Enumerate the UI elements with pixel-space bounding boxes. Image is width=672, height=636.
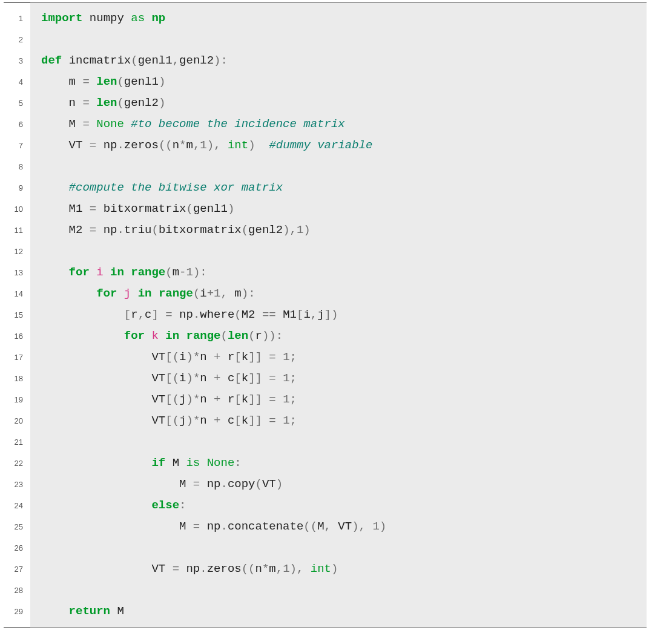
token-op: + [214,414,220,427]
token-sp [255,308,262,321]
token-op: ) [186,414,193,427]
token-sp [41,308,124,321]
token-sp [41,287,96,300]
code-line: [r,c] = np.where(M2 == M1[i,j]) [41,304,636,326]
token-sp [41,202,69,215]
token-op: ) [276,477,283,491]
code-listing: 1234567891011121314151617181920212223242… [0,0,672,630]
token-op: ) [193,266,200,279]
token-op: = [173,562,179,575]
code-line [41,156,636,177]
token-op: [ [234,350,241,364]
line-number: 9 [4,177,30,198]
token-sp [96,139,103,152]
code-line: import numpy as np [41,8,636,29]
token-sp [145,329,151,343]
token-sp [276,393,283,406]
line-number: 8 [4,156,30,177]
token-name: M2 [242,308,255,321]
token-name: n [69,96,76,110]
token-sp [76,96,82,110]
token-name: M [179,477,186,491]
token-op: ) [207,139,214,152]
token-sp [41,266,69,279]
token-kw: if [151,456,165,470]
token-op: = [82,117,89,131]
token-name: M1 [283,308,297,321]
token-num: 1 [200,139,206,152]
token-op: ) [303,223,310,237]
token-op: ( [248,329,255,343]
token-name: M2 [69,223,83,237]
code-line: m = len(genl1) [41,71,636,93]
token-name: k [242,350,248,364]
token-kw: np [151,11,165,25]
token-name: M [69,117,76,131]
code-line: M = np.copy(VT) [41,474,636,495]
token-op: = [269,393,275,406]
token-builtin: as [131,11,145,25]
line-number: 15 [4,304,30,326]
token-name: i [303,308,310,321]
token-kw: def [41,54,62,67]
token-sp [179,456,186,470]
token-name: genl2 [124,96,159,110]
token-name: M1 [69,202,83,215]
token-name: np [207,477,221,491]
token-pink: i [96,266,103,279]
token-name: M [117,605,124,618]
token-builtin: is [186,456,200,470]
token-op: , [173,54,179,67]
token-kw: for [124,329,145,343]
token-sp [262,372,269,385]
token-op: ( [255,477,262,491]
line-number: 11 [4,220,30,241]
token-name: r [228,350,234,364]
token-name: M [173,456,179,470]
token-num: 1 [214,287,220,300]
token-sp [117,287,124,300]
code-line [41,241,636,262]
code-line: return M [41,601,636,622]
token-op: ) [228,202,234,215]
token-sp [96,202,103,215]
token-name: n [173,139,179,152]
token-sp [145,11,151,25]
code-line: else: [41,495,636,516]
token-op: ; [290,393,297,406]
token-op: (( [159,139,173,152]
token-sp [151,287,158,300]
token-kw: for [96,287,117,300]
token-sp [221,414,228,427]
token-sp [262,350,269,364]
token-kw: in [165,329,179,343]
token-name: r [228,393,234,406]
line-number: 27 [4,559,30,580]
line-number: 29 [4,601,30,622]
token-name: j [317,308,324,321]
code-line: n = len(genl2) [41,93,636,114]
token-op: : [179,499,186,512]
token-op: ]] [248,372,262,385]
code-line: M2 = np.triu(bitxormatrix(genl2),1) [41,220,636,241]
token-name: VT [338,520,352,533]
token-op: + [207,287,214,300]
token-name: m [234,287,241,300]
token-kw: else [151,499,179,512]
line-number: 20 [4,410,30,431]
token-op: , [324,520,331,533]
token-name: VT [69,139,83,152]
token-op: . [117,139,124,152]
token-kw: range [131,266,165,279]
token-op: ( [234,308,241,321]
line-number: 21 [4,431,30,453]
token-op: [( [165,372,179,385]
token-op: ) [290,562,297,575]
token-op: ) [159,75,165,88]
token-sp [82,202,89,215]
token-name: VT [151,393,165,406]
line-number: 6 [4,114,30,135]
code-line: VT = np.zeros((n*m,1), int) [41,559,636,580]
token-sp [207,393,214,406]
token-kw: range [186,329,220,343]
